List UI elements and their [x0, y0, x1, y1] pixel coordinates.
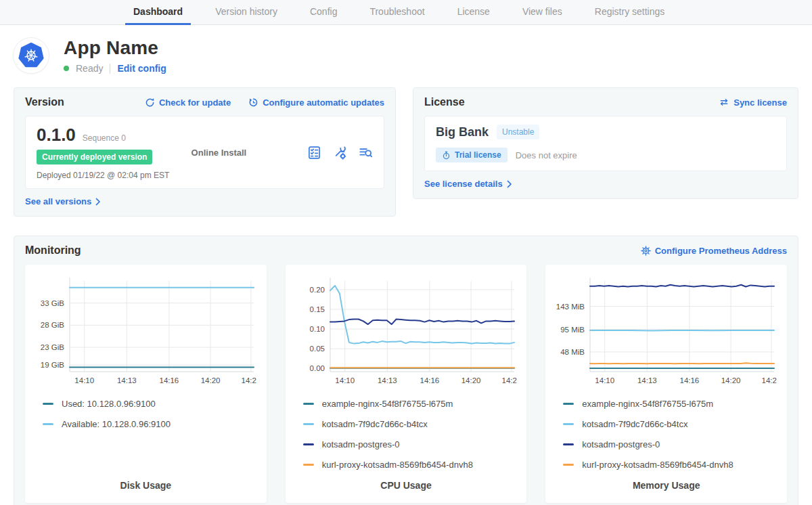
- svg-text:14:16: 14:16: [159, 376, 179, 385]
- version-card: Version Check for update Configure au: [14, 87, 396, 217]
- see-all-versions-link[interactable]: See all versions: [25, 196, 101, 206]
- deploy-logs-search-icon[interactable]: [359, 146, 373, 160]
- legend-swatch-icon: [43, 423, 53, 425]
- chart-title: Disk Usage: [35, 480, 257, 492]
- svg-text:14:20: 14:20: [721, 376, 741, 385]
- channel-badge: Unstable: [497, 125, 539, 139]
- status-ready-dot-icon: [64, 66, 69, 71]
- stopwatch-icon: [442, 151, 451, 160]
- chart-legend: example-nginx-54f8f76755-l675m kotsadm-7…: [555, 399, 777, 480]
- currently-deployed-badge: Currently deployed version: [37, 150, 152, 164]
- legend-label: kotsadm-postgres-0: [322, 439, 400, 449]
- clock-refresh-icon: [248, 97, 258, 108]
- sequence-label: Sequence 0: [83, 133, 126, 143]
- nav-tab-config[interactable]: Config: [302, 0, 345, 25]
- svg-text:0.10: 0.10: [309, 325, 324, 333]
- config-wrench-gear-icon[interactable]: [333, 146, 347, 160]
- chevron-right-icon: [95, 198, 101, 206]
- legend-item: Available: 10.128.0.96:9100: [43, 419, 257, 429]
- svg-text:14:16: 14:16: [420, 376, 439, 385]
- chart-card-disk-usage: 14:1014:1314:1614:2014:2319 GiB23 GiB28 …: [25, 265, 267, 503]
- summary-cards-row: Version Check for update Configure au: [0, 78, 812, 217]
- refresh-circular-arrow-icon: [145, 97, 155, 108]
- version-card-title: Version: [25, 96, 64, 108]
- sync-arrows-icon: [719, 97, 729, 107]
- legend-swatch-icon: [303, 443, 314, 445]
- expiry-text: Does not expire: [516, 150, 577, 160]
- preflight-checklist-icon[interactable]: [307, 146, 321, 160]
- svg-text:143 MiB: 143 MiB: [556, 303, 585, 311]
- configure-prometheus-link[interactable]: Configure Prometheus Address: [641, 246, 787, 256]
- legend-swatch-icon: [563, 423, 574, 425]
- legend-swatch-icon: [303, 464, 314, 466]
- svg-text:14:13: 14:13: [637, 376, 657, 385]
- chevron-right-icon: [507, 180, 512, 188]
- nav-tab-dashboard[interactable]: Dashboard: [125, 0, 191, 25]
- current-version-panel: 0.1.0 Sequence 0 Currently deployed vers…: [25, 116, 384, 189]
- legend-label: Available: 10.128.0.96:9100: [62, 419, 171, 429]
- svg-text:14:10: 14:10: [74, 376, 94, 385]
- check-for-update-link[interactable]: Check for update: [145, 97, 231, 108]
- nav-tab-registry-settings[interactable]: Registry settings: [587, 0, 673, 25]
- svg-text:0.15: 0.15: [309, 305, 324, 313]
- chart-legend: Used: 10.128.0.96:9100 Available: 10.128…: [35, 399, 257, 439]
- legend-item: kurl-proxy-kotsadm-8569fb6454-dnvh8: [303, 460, 518, 470]
- nav-tab-troubleshoot[interactable]: Troubleshoot: [361, 0, 432, 25]
- legend-item: example-nginx-54f8f76755-l675m: [563, 399, 777, 409]
- legend-item: kotsadm-7f9dc7d66c-b4tcx: [563, 419, 777, 429]
- legend-label: example-nginx-54f8f76755-l675m: [582, 399, 713, 409]
- chart-card-memory-usage: 14:1014:1314:1614:2014:2348 MiB95 MiB143…: [545, 265, 787, 503]
- legend-item: Used: 10.128.0.96:9100: [43, 399, 257, 409]
- chart-card-cpu-usage: 14:1014:1314:1614:2014:230.000.050.100.1…: [286, 265, 527, 503]
- legend-item: kotsadm-postgres-0: [303, 439, 518, 449]
- install-type-label: Online Install: [191, 148, 307, 158]
- app-name-title: App Name: [64, 37, 166, 59]
- monitoring-title: Monitoring: [25, 244, 81, 257]
- version-number: 0.1.0: [37, 125, 76, 146]
- svg-text:28 GiB: 28 GiB: [41, 321, 64, 329]
- legend-swatch-icon: [43, 403, 53, 405]
- legend-label: kotsadm-postgres-0: [582, 439, 660, 449]
- chart-plot: 14:1014:1314:1614:2014:230.000.050.100.1…: [295, 274, 518, 388]
- nav-tab-view-files[interactable]: View files: [514, 0, 570, 25]
- svg-text:0.20: 0.20: [309, 286, 324, 294]
- svg-text:0.00: 0.00: [309, 364, 324, 372]
- legend-swatch-icon: [563, 403, 574, 405]
- license-card-title: License: [424, 96, 465, 108]
- legend-label: Used: 10.128.0.96:9100: [62, 399, 156, 409]
- svg-text:14:20: 14:20: [201, 376, 221, 385]
- legend-label: kotsadm-7f9dc7d66c-b4tcx: [322, 419, 428, 429]
- svg-text:14:23: 14:23: [242, 376, 256, 385]
- svg-text:0.05: 0.05: [309, 345, 324, 353]
- svg-text:14:23: 14:23: [501, 376, 516, 385]
- legend-swatch-icon: [563, 443, 574, 445]
- app-logo: [14, 38, 49, 73]
- svg-text:14:10: 14:10: [595, 376, 615, 385]
- svg-text:14:13: 14:13: [378, 376, 397, 385]
- edit-config-link[interactable]: Edit config: [117, 63, 166, 74]
- legend-label: example-nginx-54f8f76755-l675m: [322, 399, 453, 409]
- nav-tab-version-history[interactable]: Version history: [207, 0, 286, 25]
- kubernetes-wheel-icon: [16, 41, 46, 70]
- see-license-details-link[interactable]: See license details: [424, 179, 512, 189]
- chart-title: CPU Usage: [295, 480, 518, 492]
- legend-swatch-icon: [563, 464, 574, 466]
- legend-swatch-icon: [303, 423, 314, 425]
- svg-text:14:13: 14:13: [117, 376, 137, 385]
- legend-item: example-nginx-54f8f76755-l675m: [303, 399, 518, 409]
- sync-license-link[interactable]: Sync license: [719, 97, 787, 108]
- license-details-panel: Big Bank Unstable Trial license Does not…: [424, 116, 787, 171]
- gear-icon: [641, 246, 651, 256]
- nav-tab-license[interactable]: License: [449, 0, 498, 25]
- configure-automatic-updates-link[interactable]: Configure automatic updates: [248, 97, 384, 108]
- chart-legend: example-nginx-54f8f76755-l675m kotsadm-7…: [295, 399, 518, 480]
- customer-name: Big Bank: [436, 125, 489, 139]
- monitoring-section: Monitoring Configure Prometheus Address …: [14, 236, 798, 505]
- trial-license-badge: Trial license: [436, 148, 508, 162]
- legend-swatch-icon: [303, 403, 314, 405]
- svg-text:33 GiB: 33 GiB: [41, 299, 64, 307]
- svg-text:95 MiB: 95 MiB: [561, 326, 585, 334]
- legend-item: kotsadm-postgres-0: [563, 439, 777, 449]
- charts-row: 14:1014:1314:1614:2014:2319 GiB23 GiB28 …: [25, 265, 787, 503]
- legend-label: kurl-proxy-kotsadm-8569fb6454-dnvh8: [322, 460, 473, 470]
